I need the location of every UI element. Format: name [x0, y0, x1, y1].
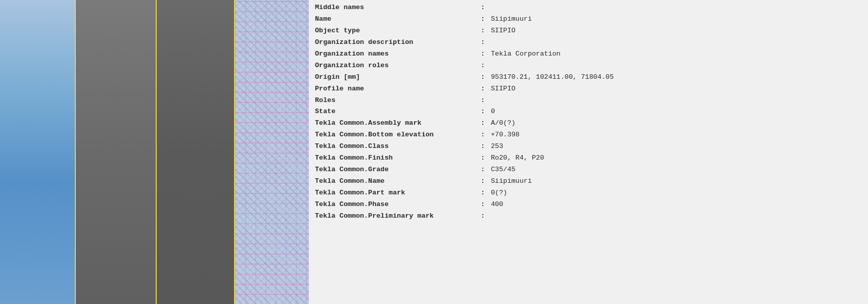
prop-label: Tekla Common.Grade: [315, 164, 477, 176]
prop-label: Roles: [315, 95, 477, 107]
prop-value: C35/45: [491, 164, 516, 176]
prop-separator: :: [481, 141, 487, 153]
prop-separator: :: [481, 164, 487, 176]
prop-separator: :: [481, 48, 487, 60]
prop-value: SIIPIO: [491, 83, 516, 95]
prop-label: Organization names: [315, 48, 477, 60]
prop-label: Profile name: [315, 83, 477, 95]
prop-value: Tekla Corporation: [491, 48, 561, 60]
prop-value: A/0(?): [491, 118, 516, 129]
prop-separator: :: [481, 72, 487, 83]
checkered-column: [234, 0, 309, 304]
pink-lines-overlay: [235, 0, 309, 304]
table-row: Middle names:: [315, 2, 862, 14]
prop-label: Name: [315, 14, 477, 25]
prop-value: 253: [491, 141, 503, 153]
prop-separator: :: [481, 211, 487, 222]
table-row: Name:Siipimuuri: [315, 14, 862, 25]
prop-label: Tekla Common.Bottom elevation: [315, 129, 477, 141]
prop-value: 0: [491, 106, 495, 118]
prop-label: Origin [mm]: [315, 72, 477, 83]
table-row: Origin [mm]:953170.21, 102411.00, 71804.…: [315, 72, 862, 83]
prop-value: SIIPIO: [491, 25, 516, 37]
prop-label: Tekla Common.Name: [315, 176, 477, 187]
prop-separator: :: [481, 129, 487, 141]
prop-label: Organization roles: [315, 60, 477, 72]
prop-separator: :: [481, 153, 487, 164]
table-row: Tekla Common.Preliminary mark:: [315, 211, 862, 222]
table-row: Tekla Common.Phase:400: [315, 199, 862, 211]
table-row: Organization roles:: [315, 60, 862, 72]
prop-label: Tekla Common.Assembly mark: [315, 118, 477, 129]
prop-separator: :: [481, 176, 487, 187]
dark-column-2: [156, 0, 234, 304]
prop-separator: :: [481, 106, 487, 118]
table-row: Tekla Common.Bottom elevation:+70.398: [315, 129, 862, 141]
table-row: Object type:SIIPIO: [315, 25, 862, 37]
table-row: Organization names:Tekla Corporation: [315, 48, 862, 60]
prop-label: Tekla Common.Finish: [315, 153, 477, 164]
prop-label: Tekla Common.Class: [315, 141, 477, 153]
prop-separator: :: [481, 60, 487, 72]
prop-label: Tekla Common.Phase: [315, 199, 477, 211]
prop-value: 0(?): [491, 187, 507, 199]
prop-separator: :: [481, 187, 487, 199]
properties-table: Middle names:Name:SiipimuuriObject type:…: [309, 0, 868, 224]
left-panel: [0, 0, 309, 304]
prop-value: 953170.21, 102411.00, 71804.05: [491, 72, 614, 83]
prop-value: 400: [491, 199, 503, 211]
prop-label: Tekla Common.Part mark: [315, 187, 477, 199]
prop-value: Ro20, R4, P20: [491, 153, 544, 164]
prop-label: State: [315, 106, 477, 118]
table-row: Tekla Common.Part mark:0(?): [315, 187, 862, 199]
dark-column-1: [75, 0, 156, 304]
prop-separator: :: [481, 25, 487, 37]
prop-label: Middle names: [315, 2, 477, 14]
table-row: Organization description:: [315, 37, 862, 48]
prop-separator: :: [481, 83, 487, 95]
prop-separator: :: [481, 2, 487, 14]
table-row: Tekla Common.Class:253: [315, 141, 862, 153]
prop-separator: :: [481, 199, 487, 211]
prop-label: Object type: [315, 25, 477, 37]
prop-separator: :: [481, 118, 487, 129]
table-row: Roles:: [315, 95, 862, 107]
content-area: Middle names:Name:SiipimuuriObject type:…: [309, 0, 868, 304]
prop-label: Organization description: [315, 37, 477, 48]
table-row: Tekla Common.Grade:C35/45: [315, 164, 862, 176]
blue-column: [0, 0, 75, 304]
table-row: Profile name:SIIPIO: [315, 83, 862, 95]
prop-value: Siipimuuri: [491, 14, 532, 25]
prop-value: +70.398: [491, 129, 520, 141]
prop-separator: :: [481, 14, 487, 25]
table-row: Tekla Common.Finish:Ro20, R4, P20: [315, 153, 862, 164]
prop-separator: :: [481, 37, 487, 48]
table-row: Tekla Common.Name:Siipimuuri: [315, 176, 862, 187]
table-row: Tekla Common.Assembly mark:A/0(?): [315, 118, 862, 129]
prop-separator: :: [481, 95, 487, 107]
prop-value: Siipimuuri: [491, 176, 532, 187]
prop-label: Tekla Common.Preliminary mark: [315, 211, 477, 222]
table-row: State:0: [315, 106, 862, 118]
